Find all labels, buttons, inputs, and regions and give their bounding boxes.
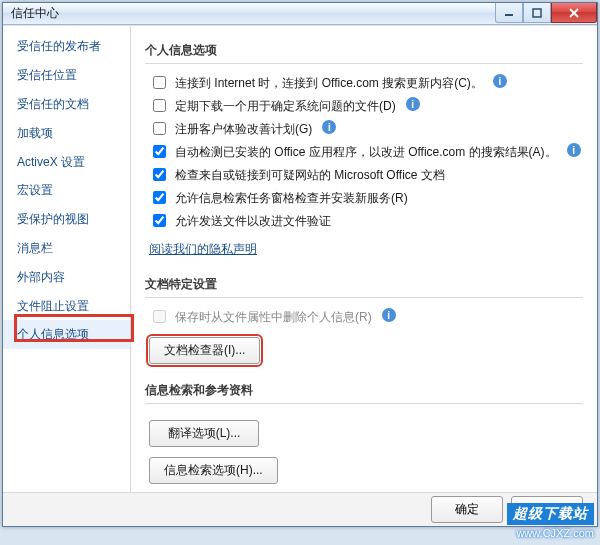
research-heading: 信息检索和参考资料 [145,382,583,399]
window-title: 信任中心 [11,5,59,22]
minimize-button[interactable] [495,3,523,23]
watermark-url: www.CJXZ.com [507,527,594,539]
sidebar-item-macro[interactable]: 宏设置 [3,176,130,205]
separator [145,297,583,298]
option-label: 检查来自或链接到可疑网站的 Microsoft Office 文档 [175,166,445,184]
option-label: 注册客户体验改善计划(G) [175,120,312,138]
category-sidebar: 受信任的发布者 受信任位置 受信任的文档 加载项 ActiveX 设置 宏设置 … [3,26,131,492]
privacy-checkbox-4[interactable] [153,168,166,181]
privacy-checkbox-2[interactable] [153,122,166,135]
option-label: 允许信息检索任务窗格检查并安装新服务(R) [175,189,408,207]
privacy-checkbox-3[interactable] [153,145,166,158]
separator [145,63,583,64]
sidebar-item-addins[interactable]: 加载项 [3,119,130,148]
info-icon[interactable]: i [406,97,420,111]
privacy-option-row: 检查来自或链接到可疑网站的 Microsoft Office 文档 [149,166,583,184]
option-label: 自动检测已安装的 Office 应用程序，以改进 Office.com 的搜索结… [175,143,557,161]
trust-center-dialog: 信任中心 受信任的发布者 受信任位置 受信任的文档 加载项 ActiveX 设置… [2,2,598,527]
privacy-option-row: 允许信息检索任务窗格检查并安装新服务(R) [149,189,583,207]
maximize-button[interactable] [523,3,551,23]
option-label: 保存时从文件属性中删除个人信息(R) [175,308,372,326]
privacy-option-row: 允许发送文件以改进文件验证 [149,212,583,230]
privacy-option-row: 注册客户体验改善计划(G)i [149,120,583,138]
doc-specific-heading: 文档特定设置 [145,276,583,293]
titlebar[interactable]: 信任中心 [3,3,597,25]
research-options-button[interactable]: 信息检索选项(H)... [149,457,278,484]
sidebar-item-activex[interactable]: ActiveX 设置 [3,148,130,177]
privacy-checkbox-1[interactable] [153,99,166,112]
option-remove-personal-info: 保存时从文件属性中删除个人信息(R) i [149,308,583,326]
info-icon[interactable]: i [493,74,507,88]
close-button[interactable] [551,3,597,23]
privacy-option-row: 连接到 Internet 时，连接到 Office.com 搜索更新内容(C)。… [149,74,583,92]
info-icon[interactable]: i [382,308,396,322]
sidebar-item-trusted-locations[interactable]: 受信任位置 [3,61,130,90]
privacy-checkbox-0[interactable] [153,76,166,89]
sidebar-item-external-content[interactable]: 外部内容 [3,263,130,292]
privacy-checkbox-5[interactable] [153,191,166,204]
window-buttons [495,3,597,23]
privacy-option-row: 定期下载一个用于确定系统问题的文件(D)i [149,97,583,115]
sidebar-item-trusted-publishers[interactable]: 受信任的发布者 [3,32,130,61]
info-icon[interactable]: i [567,143,581,157]
document-inspector-button[interactable]: 文档检查器(I)... [149,337,260,364]
sidebar-item-privacy-options[interactable]: 个人信息选项 [3,320,130,349]
sidebar-item-protected-view[interactable]: 受保护的视图 [3,205,130,234]
content-panel: 个人信息选项 连接到 Internet 时，连接到 Office.com 搜索更… [131,26,597,492]
info-icon[interactable]: i [322,120,336,134]
privacy-statement-link[interactable]: 阅读我们的隐私声明 [149,241,257,258]
dialog-footer: 确定 取消 [3,492,597,526]
separator [145,403,583,404]
privacy-checkbox-6[interactable] [153,214,166,227]
option-label: 定期下载一个用于确定系统问题的文件(D) [175,97,396,115]
option-label: 连接到 Internet 时，连接到 Office.com 搜索更新内容(C)。 [175,74,483,92]
cancel-button[interactable]: 取消 [511,496,583,523]
dialog-body: 受信任的发布者 受信任位置 受信任的文档 加载项 ActiveX 设置 宏设置 … [3,25,597,492]
sidebar-item-file-block[interactable]: 文件阻止设置 [3,292,130,321]
ok-button[interactable]: 确定 [431,496,503,523]
sidebar-item-trusted-documents[interactable]: 受信任的文档 [3,90,130,119]
checkbox-remove-personal-info [153,310,166,323]
translation-options-button[interactable]: 翻译选项(L)... [149,420,259,447]
privacy-option-row: 自动检测已安装的 Office 应用程序，以改进 Office.com 的搜索结… [149,143,583,161]
privacy-heading: 个人信息选项 [145,42,583,59]
svg-rect-1 [533,9,541,17]
sidebar-item-message-bar[interactable]: 消息栏 [3,234,130,263]
option-label: 允许发送文件以改进文件验证 [175,212,331,230]
